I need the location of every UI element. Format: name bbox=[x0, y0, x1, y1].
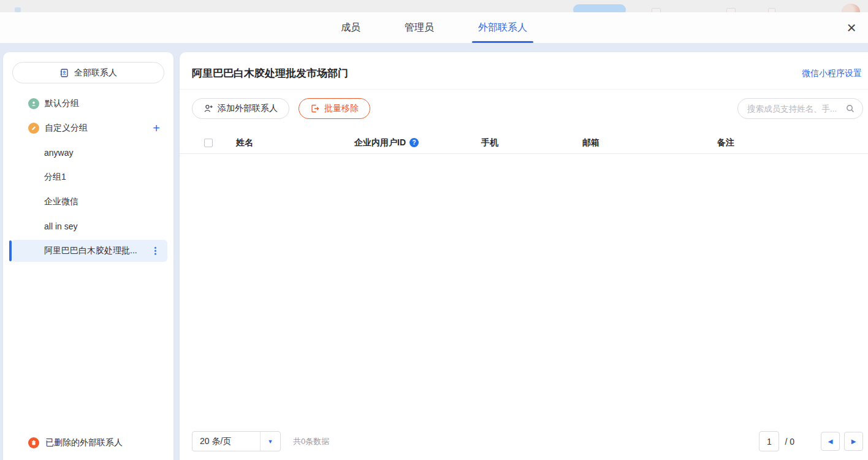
kebab-menu-icon[interactable] bbox=[154, 247, 156, 255]
background-app-strip bbox=[0, 0, 868, 12]
current-page-box[interactable]: 1 bbox=[759, 431, 779, 451]
search-icon[interactable] bbox=[845, 104, 855, 113]
batch-remove-button[interactable]: 批量移除 bbox=[299, 98, 370, 119]
sidebar-item-group[interactable]: all in sey bbox=[3, 214, 173, 239]
button-label: 添加外部联系人 bbox=[218, 103, 278, 114]
remove-icon bbox=[310, 104, 320, 113]
sidebar-item-group[interactable]: 企业微信 bbox=[3, 190, 173, 214]
background-remnant bbox=[15, 7, 21, 12]
sidebar-item-deleted-contacts[interactable]: 已删除的外部联系人 bbox=[3, 433, 173, 453]
panel-header: 阿里巴巴白木胶处理批发市场部门 微信小程序设置 bbox=[180, 52, 868, 89]
selected-group-highlight: 阿里巴巴白木胶处理批... bbox=[12, 240, 167, 262]
search-input[interactable] bbox=[747, 104, 845, 113]
help-icon[interactable]: ? bbox=[409, 138, 419, 147]
miniprogram-settings-link[interactable]: 微信小程序设置 bbox=[802, 68, 862, 79]
column-header-label: 企业内用户ID bbox=[354, 137, 406, 148]
tab-members[interactable]: 成员 bbox=[341, 12, 360, 43]
close-icon[interactable]: × bbox=[842, 18, 861, 37]
tab-admins[interactable]: 管理员 bbox=[405, 12, 434, 43]
select-all-checkbox[interactable] bbox=[204, 139, 213, 147]
tab-label: 外部联系人 bbox=[478, 21, 527, 34]
group-label: 自定义分组 bbox=[45, 123, 88, 134]
trash-icon bbox=[28, 437, 39, 448]
add-external-contact-button[interactable]: 添加外部联系人 bbox=[192, 98, 289, 119]
active-indicator-bar bbox=[9, 240, 12, 261]
pencil-icon bbox=[28, 123, 39, 134]
department-panel: 阿里巴巴白木胶处理批发市场部门 微信小程序设置 添加外部联系人 bbox=[180, 52, 868, 460]
modal-header: 成员 管理员 外部联系人 × bbox=[0, 12, 868, 43]
group-label: 默认分组 bbox=[45, 98, 79, 109]
tab-external-contacts[interactable]: 外部联系人 bbox=[478, 12, 527, 43]
column-header-user-id: 企业内用户ID ? bbox=[354, 137, 481, 148]
sidebar-item-group[interactable]: anyway bbox=[3, 140, 173, 165]
member-search-box bbox=[737, 98, 863, 119]
column-header-email: 邮箱 bbox=[582, 137, 717, 148]
group-label: anyway bbox=[44, 148, 73, 158]
group-label: 阿里巴巴白木胶处理批... bbox=[12, 245, 137, 256]
person-icon bbox=[28, 98, 39, 109]
deleted-contacts-label: 已删除的外部联系人 bbox=[45, 437, 123, 448]
page-size-value: 20 条/页 bbox=[192, 436, 260, 447]
external-contacts-page: 成员 管理员 外部联系人 × 全部联系人 bbox=[0, 0, 868, 460]
add-user-icon bbox=[204, 104, 213, 113]
contacts-sidebar: 全部联系人 默认分组 自定义分组 + bbox=[3, 52, 173, 460]
page-size-select[interactable]: 20 条/页 ▼ bbox=[192, 431, 281, 451]
column-header-name: 姓名 bbox=[236, 137, 354, 148]
tab-bar: 成员 管理员 外部联系人 bbox=[0, 12, 868, 43]
sidebar-item-group-selected[interactable]: 阿里巴巴白木胶处理批... bbox=[3, 239, 173, 263]
chevron-down-icon: ▼ bbox=[260, 432, 280, 451]
toolbar: 添加外部联系人 批量移除 bbox=[192, 98, 863, 119]
button-label: 批量移除 bbox=[324, 103, 359, 114]
add-group-icon[interactable]: + bbox=[153, 121, 160, 136]
next-page-button[interactable]: ▶ bbox=[844, 432, 863, 451]
group-label: 企业微信 bbox=[44, 196, 78, 207]
divider bbox=[180, 89, 868, 90]
group-label: 分组1 bbox=[44, 172, 66, 183]
tab-label: 管理员 bbox=[405, 21, 434, 34]
column-header-remark: 备注 bbox=[717, 137, 868, 148]
group-label: all in sey bbox=[44, 221, 77, 231]
contact-book-icon bbox=[59, 68, 69, 78]
sidebar-item-custom-group[interactable]: 自定义分组 + bbox=[3, 116, 173, 140]
sidebar-item-group[interactable]: 分组1 bbox=[3, 165, 173, 190]
column-header-phone: 手机 bbox=[481, 137, 582, 148]
sidebar-item-default-group[interactable]: 默认分组 bbox=[3, 91, 173, 116]
all-contacts-label: 全部联系人 bbox=[74, 67, 117, 79]
tab-label: 成员 bbox=[341, 21, 360, 34]
pagination: 1 / 0 ◀ ▶ bbox=[759, 431, 863, 451]
group-list: 默认分组 自定义分组 + anyway 分组1 企业微信 bbox=[3, 91, 173, 263]
total-pages-label: / 0 bbox=[785, 437, 794, 447]
prev-page-button[interactable]: ◀ bbox=[821, 432, 840, 451]
total-count-label: 共0条数据 bbox=[293, 436, 329, 447]
page-title: 阿里巴巴白木胶处理批发市场部门 bbox=[192, 66, 348, 80]
all-contacts-button[interactable]: 全部联系人 bbox=[12, 62, 164, 83]
table-header-row: 姓名 企业内用户ID ? 手机 邮箱 备注 bbox=[180, 132, 868, 154]
table-footer: 20 条/页 ▼ 共0条数据 1 / 0 ◀ ▶ bbox=[192, 431, 863, 451]
